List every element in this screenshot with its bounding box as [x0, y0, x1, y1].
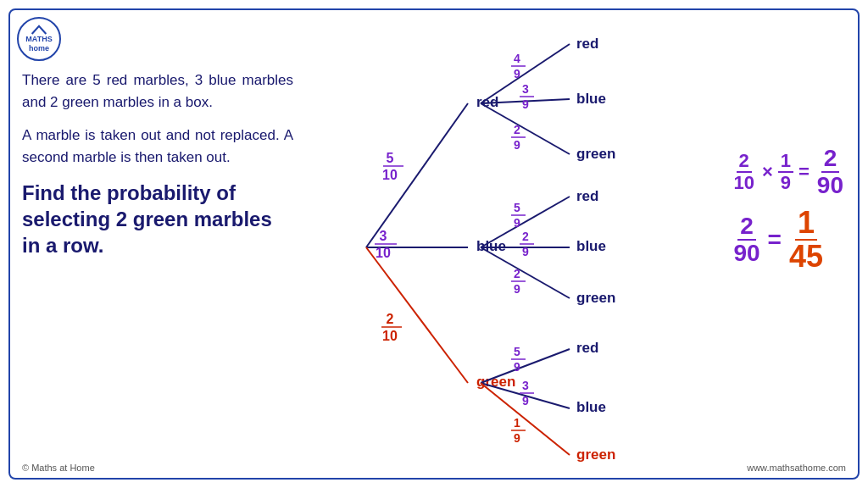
svg-text:10: 10	[382, 168, 398, 182]
svg-text:red: red	[576, 36, 598, 52]
svg-text:2: 2	[514, 267, 520, 280]
svg-text:blue: blue	[576, 399, 606, 415]
svg-text:5: 5	[387, 151, 394, 165]
svg-text:10: 10	[382, 329, 398, 343]
svg-text:9: 9	[522, 394, 529, 408]
frac-1-45: 1 45	[787, 207, 826, 273]
logo-maths: MATHS	[25, 35, 52, 44]
multiply-sign: ×	[762, 161, 773, 183]
svg-text:1: 1	[514, 416, 520, 430]
svg-text:green: green	[576, 446, 615, 463]
frac-2-90: 2 90	[815, 146, 846, 198]
main-container: MATHS home There are 5 red marbles, 3 bl…	[8, 8, 860, 480]
svg-text:9: 9	[514, 67, 520, 80]
svg-text:3: 3	[522, 82, 529, 96]
svg-line-0	[366, 103, 468, 247]
copyright: © Maths at Home	[22, 463, 95, 473]
svg-text:9: 9	[514, 282, 520, 296]
text-block: There are 5 red marbles, 3 blue marbles …	[22, 69, 293, 259]
svg-text:blue: blue	[576, 91, 606, 107]
svg-text:9: 9	[522, 97, 529, 111]
logo: MATHS home	[17, 17, 61, 61]
svg-text:10: 10	[376, 246, 391, 260]
svg-text:4: 4	[514, 52, 520, 65]
paragraph1: There are 5 red marbles, 3 blue marbles …	[22, 69, 293, 113]
svg-text:5: 5	[514, 345, 520, 358]
equation-row1: 2 10 × 1 9 = 2 90	[731, 146, 846, 198]
frac-1-9: 1 9	[778, 151, 793, 193]
svg-text:3: 3	[380, 229, 387, 243]
equation-row2: 2 90 = 1 45	[731, 207, 826, 273]
equals-sign1: =	[798, 161, 810, 183]
website: www.mathsathome.com	[747, 463, 846, 473]
svg-text:2: 2	[514, 123, 520, 136]
svg-text:5: 5	[514, 201, 520, 214]
svg-line-17	[481, 103, 570, 154]
svg-line-2	[366, 247, 468, 383]
equation-block: 2 10 × 1 9 = 2 90 2 90 = 1 45	[731, 146, 846, 273]
equals-sign2: =	[768, 226, 782, 253]
frac-2-90-b: 2 90	[731, 214, 762, 266]
svg-text:2: 2	[522, 230, 529, 243]
svg-text:3: 3	[522, 379, 529, 392]
svg-text:green: green	[576, 146, 615, 162]
svg-text:9: 9	[514, 138, 520, 152]
probability-tree: 5 10 3 10 2 10 red blue green 4	[298, 19, 671, 476]
question: Find the probability of selecting 2 gree…	[22, 180, 293, 259]
svg-text:9: 9	[514, 360, 520, 374]
svg-text:9: 9	[514, 431, 520, 445]
frac-2-10: 2 10	[731, 151, 756, 193]
svg-text:red: red	[576, 340, 598, 356]
svg-text:9: 9	[514, 216, 520, 230]
svg-text:green: green	[576, 290, 615, 306]
svg-text:2: 2	[387, 312, 394, 326]
svg-line-45	[481, 349, 570, 383]
logo-home: home	[29, 44, 49, 53]
svg-text:red: red	[576, 188, 598, 204]
svg-text:9: 9	[522, 245, 529, 258]
paragraph2: A marble is taken out and not replaced. …	[22, 125, 293, 168]
svg-text:blue: blue	[576, 238, 606, 254]
